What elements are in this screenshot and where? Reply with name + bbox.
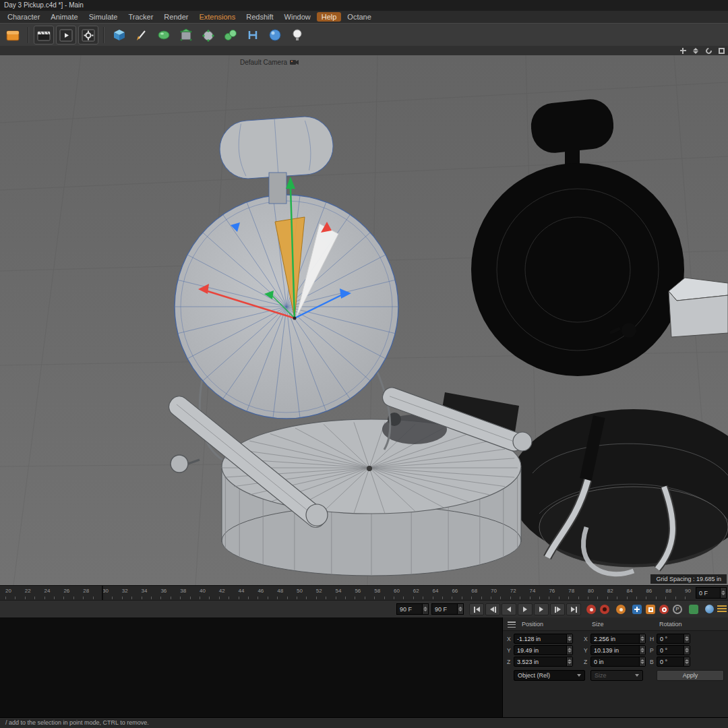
position-y-field[interactable]: 19.49 in xyxy=(514,645,573,655)
frame-spinner[interactable] xyxy=(720,588,726,598)
go-to-end-button[interactable] xyxy=(566,603,581,615)
timeline-tick: 46 xyxy=(257,588,264,594)
y-axis-handle[interactable] xyxy=(286,177,295,189)
keyframe-selection-button[interactable] xyxy=(616,605,626,614)
wireframe-chair-light[interactable] xyxy=(165,115,532,576)
object-mode-dropdown[interactable]: Object (Rel) xyxy=(514,670,585,681)
coordinates-header: Position Size Rotation xyxy=(503,617,728,631)
dolly-icon[interactable] xyxy=(692,47,700,55)
size-x-spinner[interactable] xyxy=(639,634,645,643)
window-title: Day 3 Pickup.c4d *] - Main xyxy=(4,1,84,9)
play-preview-icon[interactable] xyxy=(56,26,76,44)
position-z-spinner[interactable] xyxy=(566,657,572,666)
size-z-spinner[interactable] xyxy=(639,657,645,666)
range-start-field[interactable]: 90 F xyxy=(396,603,429,615)
timeline-tick: 66 xyxy=(452,588,458,594)
volume-builder-icon[interactable] xyxy=(176,26,196,44)
menu-tracker[interactable]: Tracker xyxy=(123,12,158,22)
menu-simulate[interactable]: Simulate xyxy=(84,12,123,22)
next-key-button[interactable] xyxy=(550,603,565,615)
menu-window[interactable]: Window xyxy=(280,12,315,22)
record-pla-toggle[interactable] xyxy=(689,605,698,614)
cloner-icon[interactable] xyxy=(220,26,241,44)
light-icon[interactable] xyxy=(287,26,307,44)
size-mode-dropdown[interactable]: Size xyxy=(590,670,643,681)
menu-animate[interactable]: Animate xyxy=(46,12,82,22)
menu-octane[interactable]: Octane xyxy=(342,12,375,22)
range-start-spinner[interactable] xyxy=(422,604,428,614)
current-frame-field[interactable]: 0 F xyxy=(696,587,727,599)
size-z-value: 0 in xyxy=(591,659,607,665)
clapperboard-icon[interactable] xyxy=(34,26,54,44)
spline-pen-icon[interactable] xyxy=(131,26,152,44)
rotation-b-spinner[interactable] xyxy=(684,657,690,666)
previous-key-button[interactable] xyxy=(485,603,500,615)
timeline-layers-icon[interactable] xyxy=(717,605,727,613)
apply-button[interactable]: Apply xyxy=(657,670,724,681)
record-scale-toggle[interactable] xyxy=(646,605,655,614)
pan-icon[interactable] xyxy=(679,47,687,55)
menu-help[interactable]: Help xyxy=(317,12,342,22)
size-x-field[interactable]: 2.256 in xyxy=(590,634,646,644)
capsule-primitive-icon[interactable] xyxy=(154,26,174,44)
menu-extensions[interactable]: Extensions xyxy=(194,12,240,22)
rotation-h-spinner[interactable] xyxy=(684,634,690,643)
connector-icon[interactable] xyxy=(243,26,263,44)
play-forwards-button[interactable] xyxy=(518,603,533,615)
autokeying-button[interactable] xyxy=(600,605,609,614)
range-end-value: 90 F xyxy=(432,606,457,613)
go-to-start-button[interactable] xyxy=(469,603,484,615)
timeline-tick: 40 xyxy=(200,588,206,594)
status-bar: / add to the selection in point mode, CT… xyxy=(0,717,728,728)
maximize-icon[interactable] xyxy=(717,47,725,55)
range-end-spinner[interactable] xyxy=(457,604,463,614)
timeline-tick: 80 xyxy=(588,588,594,594)
render-settings-icon[interactable] xyxy=(78,26,98,44)
viewport-canvas[interactable] xyxy=(0,55,728,585)
cube-primitive-icon[interactable] xyxy=(109,26,129,44)
next-frame-button[interactable] xyxy=(534,603,549,615)
timeline-tick: 58 xyxy=(374,588,380,594)
size-y-spinner[interactable] xyxy=(639,646,645,655)
title-bar: Day 3 Pickup.c4d *] - Main xyxy=(0,0,728,11)
position-z-field[interactable]: 3.523 in xyxy=(514,657,573,667)
record-parameter-toggle[interactable]: P xyxy=(673,605,682,614)
position-x-field[interactable]: -1.128 in xyxy=(514,634,573,644)
motion-system-icon[interactable] xyxy=(705,605,714,613)
asset-box-icon[interactable] xyxy=(3,26,23,44)
field-sphere-icon[interactable] xyxy=(265,26,285,44)
rotation-b-field[interactable]: 0 ° xyxy=(657,657,690,667)
panel-menu-icon[interactable] xyxy=(508,621,516,628)
chevron-down-icon xyxy=(577,674,581,677)
rotation-p-field[interactable]: 0 ° xyxy=(657,645,690,655)
menu-render[interactable]: Render xyxy=(159,12,193,22)
record-position-toggle[interactable] xyxy=(632,605,642,614)
previous-frame-button[interactable] xyxy=(502,603,516,615)
record-active-objects-button[interactable] xyxy=(586,605,596,614)
rotation-h-field[interactable]: 0 ° xyxy=(657,634,690,644)
camera-label[interactable]: Default Camera xyxy=(240,59,299,66)
timeline-ruler[interactable]: 2022242628303234363840424446485052545658… xyxy=(0,585,728,600)
headrest[interactable] xyxy=(218,115,335,181)
size-y-field[interactable]: 10.139 in xyxy=(590,645,646,655)
timeline-tick: 44 xyxy=(239,588,245,594)
timeline-tick: 64 xyxy=(433,588,439,594)
timeline-tick: 72 xyxy=(510,588,516,594)
record-rotation-toggle[interactable] xyxy=(659,605,669,614)
timeline-dope-area[interactable] xyxy=(0,617,502,717)
timeline-tick: 20 xyxy=(5,588,11,594)
menu-character[interactable]: Character xyxy=(3,12,44,22)
rotation-p-spinner[interactable] xyxy=(684,646,690,655)
orbit-icon[interactable] xyxy=(704,47,712,55)
position-x-spinner[interactable] xyxy=(566,634,572,643)
menu-redshift[interactable]: Redshift xyxy=(241,12,278,22)
toolbar-separator xyxy=(103,27,104,43)
viewport[interactable]: Default Camera Grid Spacing : 19.685 in xyxy=(0,55,728,585)
size-z-field[interactable]: 0 in xyxy=(590,657,646,667)
playhead[interactable] xyxy=(102,586,103,600)
timeline-tick: 88 xyxy=(665,588,671,594)
timeline-tick: 84 xyxy=(627,588,633,594)
scatter-points-icon[interactable] xyxy=(198,26,218,44)
position-y-spinner[interactable] xyxy=(566,646,572,655)
range-end-field[interactable]: 90 F xyxy=(431,603,464,615)
